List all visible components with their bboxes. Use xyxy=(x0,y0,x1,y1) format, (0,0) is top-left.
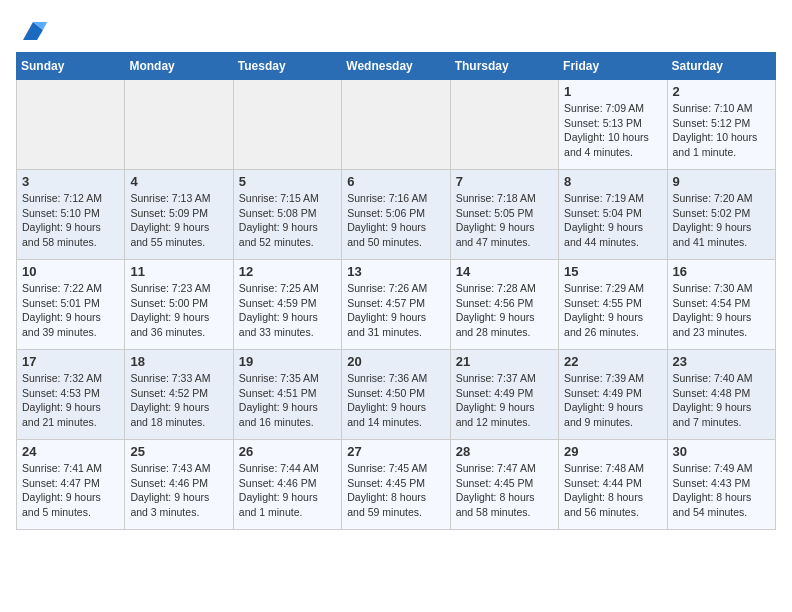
day-cell: 25Sunrise: 7:43 AM Sunset: 4:46 PM Dayli… xyxy=(125,440,233,530)
day-number: 11 xyxy=(130,264,227,279)
day-number: 8 xyxy=(564,174,661,189)
day-cell: 27Sunrise: 7:45 AM Sunset: 4:45 PM Dayli… xyxy=(342,440,450,530)
day-info: Sunrise: 7:47 AM Sunset: 4:45 PM Dayligh… xyxy=(456,462,536,518)
day-cell: 21Sunrise: 7:37 AM Sunset: 4:49 PM Dayli… xyxy=(450,350,558,440)
day-info: Sunrise: 7:41 AM Sunset: 4:47 PM Dayligh… xyxy=(22,462,102,518)
day-number: 9 xyxy=(673,174,770,189)
day-number: 6 xyxy=(347,174,444,189)
day-number: 19 xyxy=(239,354,336,369)
day-cell xyxy=(17,80,125,170)
week-row-4: 17Sunrise: 7:32 AM Sunset: 4:53 PM Dayli… xyxy=(17,350,776,440)
day-cell: 10Sunrise: 7:22 AM Sunset: 5:01 PM Dayli… xyxy=(17,260,125,350)
day-info: Sunrise: 7:40 AM Sunset: 4:48 PM Dayligh… xyxy=(673,372,753,428)
day-cell xyxy=(125,80,233,170)
day-info: Sunrise: 7:10 AM Sunset: 5:12 PM Dayligh… xyxy=(673,102,758,158)
calendar-table: Sunday Monday Tuesday Wednesday Thursday… xyxy=(16,52,776,530)
day-info: Sunrise: 7:12 AM Sunset: 5:10 PM Dayligh… xyxy=(22,192,102,248)
day-cell: 18Sunrise: 7:33 AM Sunset: 4:52 PM Dayli… xyxy=(125,350,233,440)
day-cell: 26Sunrise: 7:44 AM Sunset: 4:46 PM Dayli… xyxy=(233,440,341,530)
day-info: Sunrise: 7:35 AM Sunset: 4:51 PM Dayligh… xyxy=(239,372,319,428)
day-info: Sunrise: 7:33 AM Sunset: 4:52 PM Dayligh… xyxy=(130,372,210,428)
day-info: Sunrise: 7:18 AM Sunset: 5:05 PM Dayligh… xyxy=(456,192,536,248)
page-header xyxy=(16,16,776,44)
day-cell xyxy=(342,80,450,170)
day-info: Sunrise: 7:13 AM Sunset: 5:09 PM Dayligh… xyxy=(130,192,210,248)
day-cell: 11Sunrise: 7:23 AM Sunset: 5:00 PM Dayli… xyxy=(125,260,233,350)
day-number: 3 xyxy=(22,174,119,189)
day-info: Sunrise: 7:36 AM Sunset: 4:50 PM Dayligh… xyxy=(347,372,427,428)
day-cell: 22Sunrise: 7:39 AM Sunset: 4:49 PM Dayli… xyxy=(559,350,667,440)
week-row-5: 24Sunrise: 7:41 AM Sunset: 4:47 PM Dayli… xyxy=(17,440,776,530)
day-cell: 2Sunrise: 7:10 AM Sunset: 5:12 PM Daylig… xyxy=(667,80,775,170)
header-row: Sunday Monday Tuesday Wednesday Thursday… xyxy=(17,53,776,80)
day-info: Sunrise: 7:45 AM Sunset: 4:45 PM Dayligh… xyxy=(347,462,427,518)
day-number: 24 xyxy=(22,444,119,459)
day-cell: 16Sunrise: 7:30 AM Sunset: 4:54 PM Dayli… xyxy=(667,260,775,350)
day-info: Sunrise: 7:29 AM Sunset: 4:55 PM Dayligh… xyxy=(564,282,644,338)
day-number: 25 xyxy=(130,444,227,459)
day-number: 21 xyxy=(456,354,553,369)
day-info: Sunrise: 7:28 AM Sunset: 4:56 PM Dayligh… xyxy=(456,282,536,338)
day-cell: 9Sunrise: 7:20 AM Sunset: 5:02 PM Daylig… xyxy=(667,170,775,260)
day-info: Sunrise: 7:44 AM Sunset: 4:46 PM Dayligh… xyxy=(239,462,319,518)
day-cell: 6Sunrise: 7:16 AM Sunset: 5:06 PM Daylig… xyxy=(342,170,450,260)
day-number: 16 xyxy=(673,264,770,279)
day-cell: 29Sunrise: 7:48 AM Sunset: 4:44 PM Dayli… xyxy=(559,440,667,530)
day-cell: 30Sunrise: 7:49 AM Sunset: 4:43 PM Dayli… xyxy=(667,440,775,530)
logo xyxy=(16,16,47,44)
day-info: Sunrise: 7:26 AM Sunset: 4:57 PM Dayligh… xyxy=(347,282,427,338)
day-cell: 1Sunrise: 7:09 AM Sunset: 5:13 PM Daylig… xyxy=(559,80,667,170)
day-info: Sunrise: 7:16 AM Sunset: 5:06 PM Dayligh… xyxy=(347,192,427,248)
day-number: 10 xyxy=(22,264,119,279)
day-cell: 28Sunrise: 7:47 AM Sunset: 4:45 PM Dayli… xyxy=(450,440,558,530)
col-sunday: Sunday xyxy=(17,53,125,80)
day-info: Sunrise: 7:49 AM Sunset: 4:43 PM Dayligh… xyxy=(673,462,753,518)
day-cell: 23Sunrise: 7:40 AM Sunset: 4:48 PM Dayli… xyxy=(667,350,775,440)
day-cell xyxy=(233,80,341,170)
day-number: 2 xyxy=(673,84,770,99)
day-number: 13 xyxy=(347,264,444,279)
day-cell: 4Sunrise: 7:13 AM Sunset: 5:09 PM Daylig… xyxy=(125,170,233,260)
day-cell xyxy=(450,80,558,170)
day-number: 18 xyxy=(130,354,227,369)
day-number: 28 xyxy=(456,444,553,459)
day-cell: 12Sunrise: 7:25 AM Sunset: 4:59 PM Dayli… xyxy=(233,260,341,350)
day-cell: 8Sunrise: 7:19 AM Sunset: 5:04 PM Daylig… xyxy=(559,170,667,260)
day-cell: 19Sunrise: 7:35 AM Sunset: 4:51 PM Dayli… xyxy=(233,350,341,440)
day-number: 20 xyxy=(347,354,444,369)
day-cell: 15Sunrise: 7:29 AM Sunset: 4:55 PM Dayli… xyxy=(559,260,667,350)
logo-icon xyxy=(19,16,47,44)
day-number: 15 xyxy=(564,264,661,279)
day-info: Sunrise: 7:37 AM Sunset: 4:49 PM Dayligh… xyxy=(456,372,536,428)
day-cell: 3Sunrise: 7:12 AM Sunset: 5:10 PM Daylig… xyxy=(17,170,125,260)
day-number: 14 xyxy=(456,264,553,279)
day-info: Sunrise: 7:25 AM Sunset: 4:59 PM Dayligh… xyxy=(239,282,319,338)
day-number: 1 xyxy=(564,84,661,99)
col-wednesday: Wednesday xyxy=(342,53,450,80)
week-row-1: 1Sunrise: 7:09 AM Sunset: 5:13 PM Daylig… xyxy=(17,80,776,170)
day-cell: 17Sunrise: 7:32 AM Sunset: 4:53 PM Dayli… xyxy=(17,350,125,440)
day-cell: 5Sunrise: 7:15 AM Sunset: 5:08 PM Daylig… xyxy=(233,170,341,260)
day-number: 7 xyxy=(456,174,553,189)
day-number: 23 xyxy=(673,354,770,369)
week-row-2: 3Sunrise: 7:12 AM Sunset: 5:10 PM Daylig… xyxy=(17,170,776,260)
day-cell: 7Sunrise: 7:18 AM Sunset: 5:05 PM Daylig… xyxy=(450,170,558,260)
day-cell: 24Sunrise: 7:41 AM Sunset: 4:47 PM Dayli… xyxy=(17,440,125,530)
col-thursday: Thursday xyxy=(450,53,558,80)
day-number: 27 xyxy=(347,444,444,459)
day-info: Sunrise: 7:15 AM Sunset: 5:08 PM Dayligh… xyxy=(239,192,319,248)
col-friday: Friday xyxy=(559,53,667,80)
day-info: Sunrise: 7:32 AM Sunset: 4:53 PM Dayligh… xyxy=(22,372,102,428)
day-info: Sunrise: 7:22 AM Sunset: 5:01 PM Dayligh… xyxy=(22,282,102,338)
day-info: Sunrise: 7:48 AM Sunset: 4:44 PM Dayligh… xyxy=(564,462,644,518)
day-number: 30 xyxy=(673,444,770,459)
day-info: Sunrise: 7:30 AM Sunset: 4:54 PM Dayligh… xyxy=(673,282,753,338)
day-info: Sunrise: 7:20 AM Sunset: 5:02 PM Dayligh… xyxy=(673,192,753,248)
day-info: Sunrise: 7:09 AM Sunset: 5:13 PM Dayligh… xyxy=(564,102,649,158)
day-cell: 20Sunrise: 7:36 AM Sunset: 4:50 PM Dayli… xyxy=(342,350,450,440)
day-number: 4 xyxy=(130,174,227,189)
day-cell: 14Sunrise: 7:28 AM Sunset: 4:56 PM Dayli… xyxy=(450,260,558,350)
day-number: 22 xyxy=(564,354,661,369)
day-info: Sunrise: 7:19 AM Sunset: 5:04 PM Dayligh… xyxy=(564,192,644,248)
day-cell: 13Sunrise: 7:26 AM Sunset: 4:57 PM Dayli… xyxy=(342,260,450,350)
